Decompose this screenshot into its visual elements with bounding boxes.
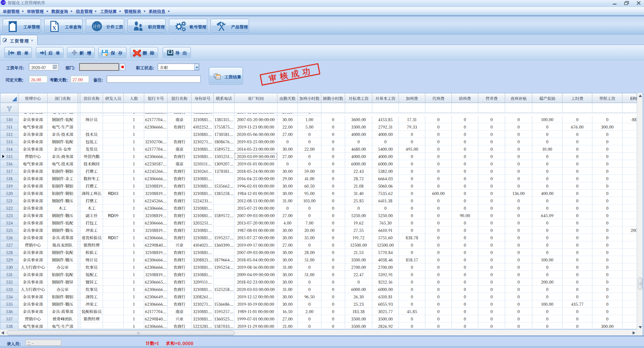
svg-text:X: X: [52, 25, 57, 31]
svg-text:计件: 计件: [93, 23, 101, 29]
